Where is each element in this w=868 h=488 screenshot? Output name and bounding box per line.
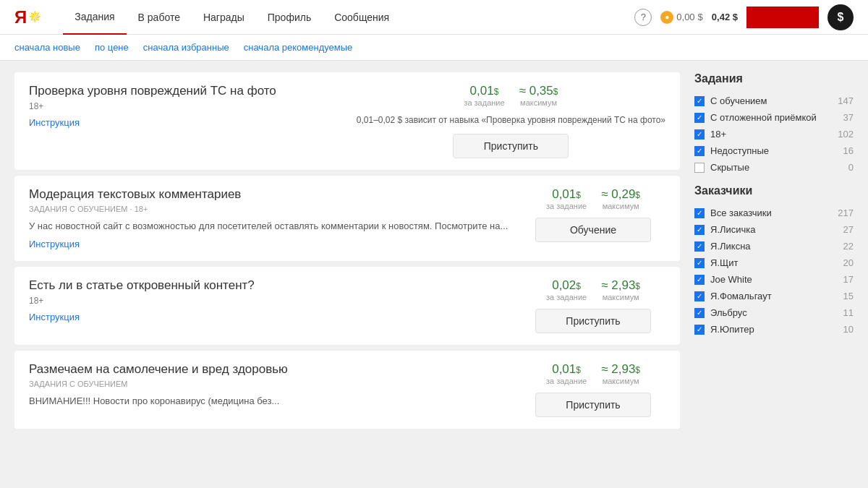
task-price-extra: 0,01–0,02 $ зависит от навыка «Проверка … [357,114,665,127]
task-meta: ЗАДАНИЯ С ОБУЧЕНИЕМ [29,380,509,388]
task-right: 0,02$за задание≈ 2,93$максимумПриступить [521,278,665,333]
client-filter-count: 27 [843,224,854,235]
client-filter-label: Все заказчики [710,207,832,218]
sub-nav-item[interactable]: по цене [95,42,129,53]
filter-count: 102 [838,129,854,140]
client-filter-label: Я.Фомальгаут [710,291,838,301]
sidebar-client-filter-item[interactable]: Эльбрус11 [694,304,854,321]
sub-nav-item[interactable]: сначала рекомендуемые [244,42,353,53]
nav-item-в-работе[interactable]: В работе [127,0,192,35]
sidebar-client-filter-item[interactable]: Я.Юпитер10 [694,321,854,338]
task-max-block: ≈ 0,29$максимум [601,187,640,210]
task-info: Проверка уровня повреждений ТС на фото18… [29,84,345,128]
task-right: 0,01$за задание≈ 0,29$максимумОбучение [521,187,665,242]
sidebar-client-filter-item[interactable]: Я.Лисичка27 [694,221,854,238]
header-right: ? ● 0,00 $ 0,42 $ $ [634,4,854,30]
sidebar-client-filter-item[interactable]: Все заказчики217 [694,205,854,221]
client-filter-checkbox[interactable] [694,241,705,252]
help-button[interactable]: ? [634,9,652,26]
main-nav: ЗаданияВ работеНаградыПрофильСообщения [63,0,634,35]
nav-item-задания[interactable]: Задания [63,0,126,35]
task-action-button[interactable]: Приступить [453,134,569,158]
task-action-button[interactable]: Обучение [535,218,651,242]
price-value: 0,01$ [546,187,587,202]
logo-ya: Я [14,7,27,27]
max-label: максимум [601,377,640,385]
client-filter-checkbox[interactable] [694,275,705,285]
price-value: 0,01$ [546,362,587,377]
client-filter-checkbox[interactable] [694,208,705,218]
max-label: максимум [601,202,640,210]
task-right: 0,01$за задание≈ 0,35$максимум0,01–0,02 … [357,84,665,158]
client-filter-checkbox[interactable] [694,291,705,301]
client-filter-label: Я.Юпитер [710,324,838,335]
nav-item-сообщения[interactable]: Сообщения [323,0,401,35]
sidebar: ЗаданияС обучением147С отложенной приёмк… [694,72,854,476]
task-action-button[interactable]: Приступить [535,309,651,333]
balance-zero-amount: 0,00 [676,12,694,22]
sidebar-tasks-title: Задания [694,72,854,85]
task-instruction-link[interactable]: Инструкция [29,117,345,128]
nav-item-награды[interactable]: Награды [192,0,256,35]
client-filter-checkbox[interactable] [694,325,705,335]
main-content: Проверка уровня повреждений ТС на фото18… [0,61,868,487]
client-filter-checkbox[interactable] [694,258,705,268]
user-avatar[interactable]: $ [827,4,854,30]
max-value: ≈ 0,29$ [601,187,640,202]
task-instruction-link[interactable]: Инструкция [29,239,509,249]
task-age-badge: 18+ [29,101,345,111]
price-value: 0,02$ [546,278,587,293]
nav-item-профиль[interactable]: Профиль [256,0,323,35]
task-card: Проверка уровня повреждений ТС на фото18… [14,72,680,170]
sidebar-client-filter-item[interactable]: Joe White17 [694,271,854,288]
price-label: за задание [546,377,587,385]
sidebar-client-filter-item[interactable]: Я.Фомальгаут15 [694,288,854,304]
sidebar-task-filter-item[interactable]: С обучением147 [694,93,854,109]
sidebar-task-filter-item[interactable]: Недоступные16 [694,142,854,159]
filter-checkbox[interactable] [694,163,705,173]
balance-coin-icon: ● [660,11,673,24]
sidebar-client-filter-item[interactable]: Я.Ликсна22 [694,238,854,254]
filter-checkbox[interactable] [694,146,705,156]
price-value: 0,01$ [464,84,504,98]
task-prices: 0,01$за задание≈ 0,35$максимум [357,84,665,107]
logo[interactable]: Я ✵ [14,7,41,27]
client-filter-checkbox[interactable] [694,308,705,318]
filter-label: Недоступные [710,145,838,156]
filter-label: 18+ [710,129,832,140]
sub-nav-item[interactable]: сначала новые [14,42,80,53]
task-description: ВНИМАНИЕ!!! Новости про коронавирус (мед… [29,394,509,408]
task-age-badge: 18+ [29,296,509,306]
sidebar-task-filter-item[interactable]: С отложенной приёмкой37 [694,109,854,126]
filter-count: 147 [838,95,854,106]
client-filter-count: 217 [838,207,854,218]
client-filter-checkbox[interactable] [694,225,705,235]
price-label: за задание [546,293,587,301]
task-instruction-link[interactable]: Инструкция [29,312,509,322]
client-filter-label: Эльбрус [710,307,838,318]
task-price-block: 0,01$за задание [546,187,587,210]
task-action-button[interactable]: Приступить [535,393,651,417]
filter-checkbox[interactable] [694,96,705,106]
sidebar-client-filter-item[interactable]: Я.Щит20 [694,254,854,271]
filter-checkbox[interactable] [694,113,705,123]
balance-currency: $ [698,12,703,22]
sidebar-task-filter-item[interactable]: Скрытые0 [694,159,854,176]
price-label: за задание [546,202,587,210]
task-prices: 0,01$за задание≈ 0,29$максимум [521,187,665,210]
task-price-block: 0,01$за задание [464,84,504,107]
task-card: Размечаем на самолечение и вред здоровью… [14,351,680,429]
sidebar-task-filter-item[interactable]: 18+102 [694,126,854,142]
client-filter-label: Я.Ликсна [710,241,838,252]
sub-nav: сначала новыепо ценесначала избранныесна… [0,35,868,61]
sub-nav-item[interactable]: сначала избранные [143,42,229,53]
filter-label: Скрытые [710,162,843,173]
filter-checkbox[interactable] [694,129,705,140]
task-info: Модерация текстовых комментариевЗАДАНИЯ … [29,187,509,250]
add-funds-button[interactable] [746,7,819,28]
client-filter-label: Я.Лисичка [710,224,838,235]
price-label: за задание [464,98,504,107]
task-title: Есть ли в статье откровенный контент? [29,278,509,293]
client-filter-count: 22 [843,241,854,252]
max-value: ≈ 2,93$ [601,278,640,293]
